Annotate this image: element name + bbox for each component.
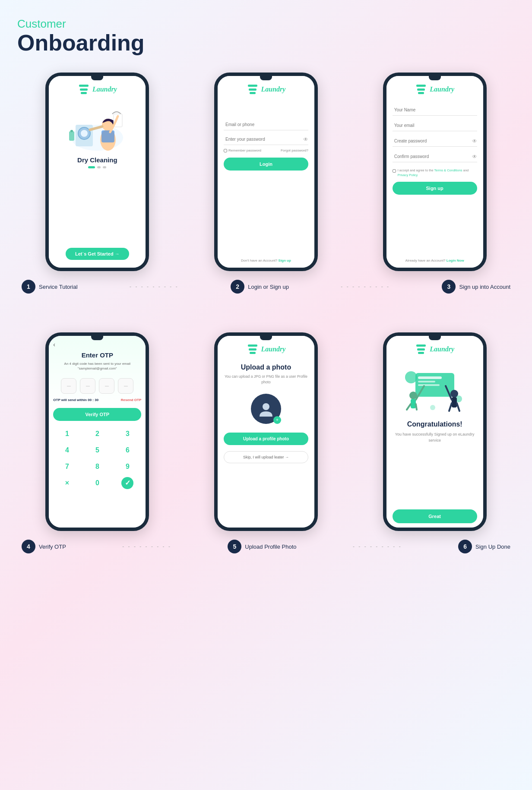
numpad-1[interactable]: 1 <box>53 427 81 441</box>
otp-box-3[interactable]: – <box>99 378 114 394</box>
numpad-3[interactable]: 3 <box>114 427 141 441</box>
phone3: Laundry 👁 👁 I accept and agree to th <box>383 73 487 271</box>
phone6-notch <box>429 336 441 340</box>
phone1-title: Dry Cleaning <box>77 156 117 164</box>
numpad-check[interactable]: ✓ <box>121 477 133 489</box>
terms-checkbox[interactable] <box>393 169 396 173</box>
numpad-star[interactable]: × <box>53 476 81 490</box>
phone6-block: Laundry <box>355 332 515 531</box>
forgot-password-link[interactable]: Forgot password? <box>281 149 308 152</box>
create-password-input[interactable] <box>393 136 472 146</box>
step1-circle: 1 <box>22 280 35 294</box>
onboarding-label: Onboarding <box>17 31 515 55</box>
logo-icon-6 <box>415 344 427 354</box>
svg-rect-18 <box>418 384 440 386</box>
step-3: 3 Sign up into Account <box>442 280 510 294</box>
otp-box-1[interactable]: – <box>61 378 76 394</box>
svg-rect-6 <box>101 130 114 142</box>
page-header: Customer Onboarding <box>17 17 515 55</box>
numpad-7[interactable]: 7 <box>53 460 81 474</box>
step4-circle: 4 <box>22 540 35 553</box>
step-4: 4 Verify OTP <box>22 540 66 553</box>
step-dash-2: - - - - - - - - - <box>289 284 442 290</box>
dot-inactive-2 <box>103 166 106 168</box>
svg-point-11 <box>263 403 269 410</box>
verify-otp-button[interactable]: Verify OTP <box>53 408 141 421</box>
upload-photo-button[interactable]: Upload a profile photo <box>224 433 308 445</box>
confirm-password-eye-icon[interactable]: 👁 <box>472 154 477 160</box>
phone4-notch <box>91 336 103 340</box>
terms-link[interactable]: Terms & Conditions <box>434 168 462 172</box>
back-arrow[interactable]: ‹ <box>53 341 55 348</box>
login-button[interactable]: Login <box>224 158 308 171</box>
phone5: Laundry Upload a photo You can upload a … <box>214 332 318 531</box>
otp-box-2[interactable]: – <box>80 378 95 394</box>
logo-icon-1 <box>78 85 90 94</box>
svg-rect-20 <box>411 399 416 408</box>
svg-rect-9 <box>70 130 73 132</box>
phone1: Laundry <box>45 73 149 271</box>
svg-line-22 <box>416 404 417 410</box>
get-started-button[interactable]: Let`s Get Started → <box>66 248 129 260</box>
svg-rect-24 <box>452 397 457 408</box>
signup-prompt: Don't have an Account? Sign up <box>241 256 291 263</box>
step-dash-1: - - - - - - - - - <box>78 284 231 290</box>
numpad-9[interactable]: 9 <box>114 460 141 474</box>
otp-input-boxes[interactable]: – – – – <box>61 378 133 394</box>
step-2: 2 Login or Sign up <box>231 280 289 294</box>
numpad-6[interactable]: 6 <box>114 443 141 457</box>
password-eye-icon[interactable]: 👁 <box>303 136 308 142</box>
numpad-8[interactable]: 8 <box>83 460 111 474</box>
phones-row-2: ‹ Enter OTP An 4 digit code has been sen… <box>17 332 515 531</box>
upload-subtitle: You can upload a JPG or PNG file as a us… <box>224 374 308 385</box>
numpad-5[interactable]: 5 <box>83 443 111 457</box>
step-dash-3: - - - - - - - - - <box>66 544 228 550</box>
svg-rect-8 <box>69 131 74 141</box>
avatar-edit-badge[interactable]: + <box>273 416 281 424</box>
great-button[interactable]: Great <box>393 509 477 523</box>
signup-button[interactable]: Sign up <box>393 182 477 195</box>
svg-point-12 <box>405 371 417 383</box>
signup-email-input[interactable] <box>393 120 477 131</box>
phone6-logo: Laundry <box>415 344 454 354</box>
congrats-title: Congratulations! <box>407 420 462 428</box>
svg-line-26 <box>457 403 459 411</box>
login-password-input[interactable] <box>224 134 303 145</box>
step3-label: Sign up into Account <box>459 284 510 290</box>
steps-row-2: 4 Verify OTP - - - - - - - - - 5 Upload … <box>17 540 515 553</box>
step6-label: Sign Up Done <box>475 544 510 550</box>
remember-checkbox[interactable] <box>224 149 227 152</box>
privacy-link[interactable]: Privacy Policy <box>398 173 418 177</box>
svg-rect-17 <box>418 381 435 382</box>
create-password-eye-icon[interactable]: 👁 <box>472 138 477 144</box>
signup-link[interactable]: Sign up <box>279 259 291 262</box>
login-email-input[interactable] <box>224 119 308 130</box>
step-5: 5 Upload Profile Photo <box>228 540 296 553</box>
step5-label: Upload Profile Photo <box>245 544 296 550</box>
numpad-4[interactable]: 4 <box>53 443 81 457</box>
logo-text-6: Laundry <box>430 345 454 353</box>
phone1-dots <box>88 166 106 168</box>
resend-otp-link[interactable]: Resend OTP <box>121 398 142 402</box>
phone3-logo: Laundry <box>415 85 454 94</box>
congrats-illustration <box>402 364 467 416</box>
phone3-notch <box>429 76 441 80</box>
congrats-svg <box>402 364 467 416</box>
numpad-2[interactable]: 2 <box>83 427 111 441</box>
logo-text-1: Laundry <box>92 85 117 93</box>
confirm-password-input[interactable] <box>393 151 472 162</box>
login-now-link[interactable]: Login Now <box>446 259 464 262</box>
phone6-inner: Laundry <box>386 336 483 528</box>
skip-upload-button[interactable]: Skip, I will upload leater → <box>224 451 308 463</box>
otp-box-4[interactable]: – <box>118 378 133 394</box>
logo-icon-3 <box>415 85 427 94</box>
otp-title: Enter OTP <box>82 351 113 359</box>
terms-text: I accept and agree to the Terms & Condit… <box>398 168 469 177</box>
signup-name-input[interactable] <box>393 104 477 116</box>
login-password-wrapper: 👁 <box>224 134 308 145</box>
numpad-0[interactable]: 0 <box>83 476 111 490</box>
phone1-illustration <box>63 101 132 153</box>
svg-line-21 <box>407 404 411 410</box>
remember-label[interactable]: Remember password <box>224 149 261 152</box>
steps-row-1: 1 Service Tutorial - - - - - - - - - 2 L… <box>17 280 515 294</box>
